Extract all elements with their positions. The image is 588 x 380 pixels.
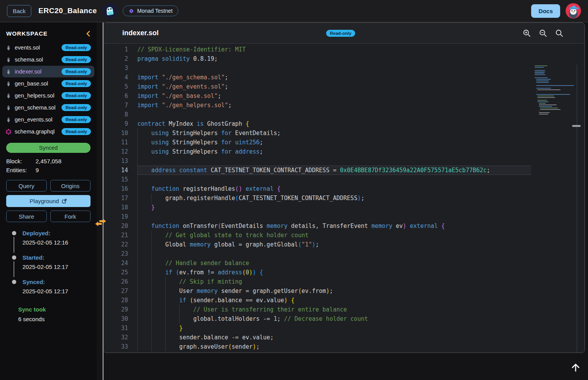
playground-button[interactable]: Playground [6, 195, 91, 207]
collapse-sidebar-icon[interactable] [86, 31, 91, 37]
deployment-timeline: Deployed: 2025-02-05 12:16 Started: 2025… [12, 230, 97, 303]
code-line-12: 12using StringHelpers for address; [104, 147, 531, 156]
code-line-3: 3 [104, 63, 531, 73]
scrollbar-thumb[interactable] [572, 125, 581, 127]
fork-button[interactable]: Fork [50, 211, 91, 222]
monad-diamond-icon [128, 8, 134, 14]
code-line-16: 16function registerHandles() external { [104, 184, 531, 193]
code-line-6: 6import "./gen_base.sol"; [104, 91, 531, 101]
readonly-badge: Read-only [62, 80, 91, 87]
readonly-badge: Read-only [62, 92, 91, 99]
sidebar-file-gen_schema.sol[interactable]: gen_schema.solRead-only [2, 102, 94, 113]
timeline-item-synced: Synced: 2025-02-05 12:17 [12, 279, 97, 303]
timeline-item-deployed: Deployed: 2025-02-05 12:16 [12, 230, 97, 254]
code-line-14: 14address constant CAT_TESTNET_TOKEN_CON… [104, 166, 531, 175]
line-number: 3 [104, 63, 128, 73]
search-icon[interactable] [555, 29, 564, 38]
line-number: 19 [104, 212, 128, 221]
line-number: 26 [104, 277, 128, 286]
scroll-to-top-button[interactable] [569, 361, 583, 375]
line-number: 28 [104, 296, 128, 305]
line-number: 31 [104, 324, 128, 333]
sidebar-file-gen_base.sol[interactable]: gen_base.solRead-only [2, 78, 94, 89]
block-value: 2,457,058 [36, 158, 62, 164]
file-name: events.sol [15, 45, 40, 51]
line-number: 9 [104, 119, 128, 128]
solidity-file-icon [6, 105, 11, 111]
code-line-28: 28if (sender.balance == ev.value) { [104, 296, 531, 305]
readonly-badge: Read-only [62, 68, 91, 75]
deployed-time: 2025-02-05 12:16 [22, 239, 68, 246]
readonly-badge: Read-only [62, 56, 91, 63]
solidity-file-icon [6, 57, 11, 63]
network-badge[interactable]: Monad Testnet [123, 5, 179, 16]
code-line-8: 8 [104, 110, 531, 119]
line-number: 24 [104, 258, 128, 268]
code-line-4: 4import "./gen_schema.sol"; [104, 73, 531, 82]
line-number: 10 [104, 128, 128, 138]
sidebar-file-gen_helpers.sol[interactable]: gen_helpers.solRead-only [2, 90, 94, 101]
line-number: 21 [104, 231, 128, 240]
line-number: 17 [104, 193, 128, 203]
file-name: gen_helpers.sol [15, 92, 54, 99]
line-number: 20 [104, 221, 128, 231]
line-number: 13 [104, 156, 128, 166]
code-line-25: 25if (ev.from != address(0)) { [104, 268, 531, 277]
line-number: 4 [104, 73, 128, 82]
sidebar-file-indexer.sol[interactable]: indexer.solRead-only [2, 66, 94, 77]
sidebar-file-events.sol[interactable]: events.solRead-only [2, 42, 94, 53]
sidebar-resize-divider[interactable] [103, 22, 104, 380]
code-line-33: 33graph.saveUser(sender); [104, 342, 531, 351]
block-stat: Block: 2,457,058 [0, 157, 97, 166]
synced-time: 2025-02-05 12:17 [22, 288, 68, 294]
synced-label: Synced: [22, 279, 68, 285]
code-line-10: 10using StringHelpers for EventDetails; [104, 128, 531, 138]
line-number: 25 [104, 268, 128, 277]
resize-handle-arrows-icon[interactable] [94, 217, 107, 230]
line-number: 14 [104, 166, 128, 175]
line-number: 27 [104, 286, 128, 296]
zoom-out-icon[interactable] [539, 29, 547, 38]
code-area[interactable]: 1// SPDX-License-Identifier: MIT2pragma … [104, 44, 585, 353]
share-button[interactable]: Share [6, 211, 47, 222]
file-name: gen_events.sol [15, 116, 53, 123]
entities-value: 9 [36, 167, 39, 173]
sidebar-file-schema.graphql[interactable]: schema.graphqlRead-only [2, 126, 94, 137]
user-avatar[interactable] [566, 3, 581, 19]
query-button[interactable]: Query [6, 180, 47, 192]
zoom-in-icon[interactable] [523, 29, 531, 38]
line-number: 32 [104, 333, 128, 342]
sync-status-badge: Synced [6, 143, 91, 153]
code-line-21: 21// Get global state to track holder co… [104, 231, 531, 240]
code-line-30: 30global.totalHolders -= 1; // Decrease … [104, 314, 531, 324]
line-number: 8 [104, 110, 128, 119]
editor-filename: indexer.sol [122, 29, 159, 37]
back-button[interactable]: Back [7, 5, 31, 17]
file-list: events.solRead-onlyschema.solRead-onlyin… [0, 42, 97, 137]
code-line-9: 9contract MyIndex is GhostGraph { [104, 119, 531, 128]
file-name: schema.sol [15, 56, 43, 63]
solidity-file-icon [6, 69, 11, 75]
line-number: 5 [104, 82, 128, 91]
line-number: 30 [104, 314, 128, 324]
workspace-sidebar: WORKSPACE events.solRead-onlyschema.solR… [0, 22, 97, 380]
sync-took-value: 6 seconds [18, 316, 97, 322]
sidebar-file-schema.sol[interactable]: schema.solRead-only [2, 54, 94, 65]
file-name: gen_schema.sol [15, 104, 56, 111]
code-line-13: 13 [104, 156, 531, 166]
code-editor-panel: indexer.sol Read-only 1// SPDX-License-I… [103, 22, 585, 353]
code-line-26: 26// Skip if minting [104, 277, 531, 286]
sidebar-file-gen_events.sol[interactable]: gen_events.solRead-only [2, 114, 94, 125]
code-line-18: 18} [104, 203, 531, 212]
code-line-27: 27User memory sender = graph.getUser(ev.… [104, 286, 531, 296]
workspace-title: WORKSPACE [6, 30, 48, 37]
docs-button[interactable]: Docs [531, 4, 560, 18]
editor-readonly-badge: Read-only [326, 30, 356, 37]
origins-button[interactable]: Origins [50, 180, 91, 192]
minimap[interactable] [535, 65, 575, 116]
started-time: 2025-02-05 12:17 [22, 264, 68, 270]
timeline-dot [12, 255, 16, 260]
started-label: Started: [22, 254, 68, 261]
code-line-7: 7import "./gen_helpers.sol"; [104, 101, 531, 110]
readonly-badge: Read-only [62, 128, 91, 135]
